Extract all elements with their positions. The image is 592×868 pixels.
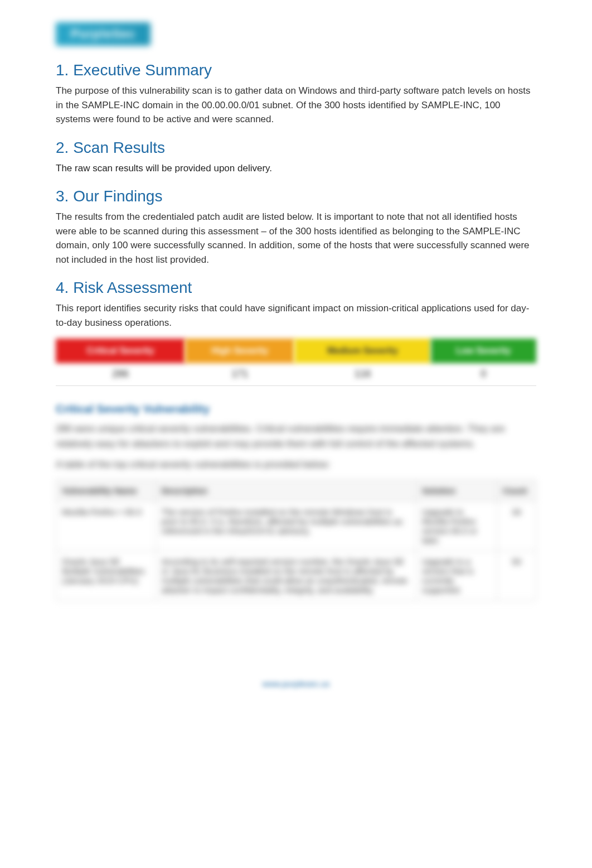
col-vuln-sol: Solution [416,480,497,501]
col-vuln-desc: Description [156,480,416,501]
heading-our-findings: 3. Our Findings [56,187,536,205]
heading-scan-results: 2. Scan Results [56,139,536,157]
cell-vuln-desc: According to its self-reported version n… [156,551,416,601]
vulnerability-table: Vulnerability Name Description Solution … [56,480,536,601]
col-vuln-count: Count [497,480,536,501]
table-row: Oracle Java SE Multiple Vulnerabilities … [56,551,536,601]
risk-header-critical: Critical Severity [56,339,185,363]
risk-value-critical: 286 [56,363,185,385]
para-critical-1: 286 were unique critical severity vulner… [56,421,536,451]
risk-header-medium: Medium Severity [294,339,430,363]
para-scan-results: The raw scan results will be provided up… [56,161,536,176]
heading-critical-severity: Critical Severity Vulnerability [56,403,536,416]
cell-vuln-name: Oracle Java SE Multiple Vulnerabilities … [56,551,156,601]
table-row: Mozilla Firefox < 65.0 The version of Fi… [56,501,536,551]
risk-level-header-row: Critical Severity High Severity Medium S… [56,339,536,363]
para-executive-summary: The purpose of this vulnerability scan i… [56,84,536,127]
risk-level-table: Critical Severity High Severity Medium S… [56,339,536,386]
cell-vuln-desc: The version of Firefox installed on the … [156,501,416,551]
table-header-row: Vulnerability Name Description Solution … [56,480,536,501]
para-critical-2: A table of the top critical severity vul… [56,457,536,472]
brand-logo: PurpleSec [56,22,151,46]
cell-vuln-sol: Upgrade to a version that is currently s… [416,551,497,601]
risk-header-low: Low Severity [431,339,536,363]
risk-level-value-row: 286 171 116 0 [56,363,536,385]
risk-value-low: 0 [431,363,536,385]
cell-vuln-name: Mozilla Firefox < 65.0 [56,501,156,551]
para-risk-assessment: This report identifies security risks th… [56,301,536,330]
risk-value-medium: 116 [294,363,430,385]
heading-risk-assessment: 4. Risk Assessment [56,279,536,297]
col-vuln-name: Vulnerability Name [56,480,156,501]
heading-executive-summary: 1. Executive Summary [56,61,536,79]
risk-header-high: High Severity [185,339,294,363]
footer-link: www.purplesec.us [56,679,536,688]
para-our-findings: The results from the credentialed patch … [56,210,536,267]
cell-vuln-count: 50 [497,551,536,601]
cell-vuln-sol: Upgrade to Mozilla Firefox version 65.0 … [416,501,497,551]
risk-value-high: 171 [185,363,294,385]
cell-vuln-count: 34 [497,501,536,551]
